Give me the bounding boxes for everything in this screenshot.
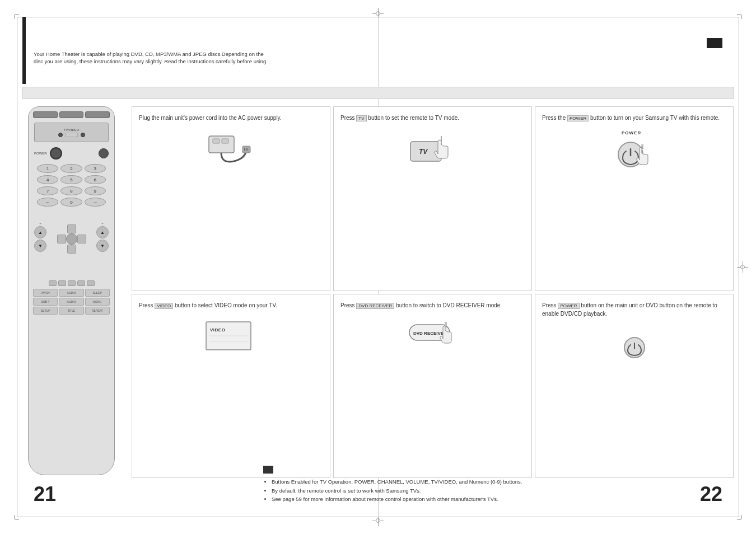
remote-display: TV/VIDEO <box>34 123 109 142</box>
top-right-square <box>707 38 722 48</box>
notes-item-3: See page 59 for more information about r… <box>272 495 722 503</box>
svg-rect-2 <box>222 139 228 143</box>
left-accent-bar <box>22 17 26 84</box>
remote-power-label: POWER <box>34 152 47 155</box>
remote-func-5: AUDIO <box>59 298 83 306</box>
remote-func-1: AV/CH <box>33 289 58 297</box>
remote-transport <box>33 280 110 286</box>
step-2-box: Press TV button to set the remote to TV … <box>333 106 532 291</box>
remote-func-9: REPEAT <box>85 307 110 315</box>
remote-num-prev: ← <box>37 198 58 207</box>
remote-btn-2 <box>59 111 84 118</box>
remote-mute-btn <box>99 148 109 158</box>
video-button-svg: VIDEO <box>203 319 259 355</box>
step-4-box: Press VIDEO button to select VIDEO mode … <box>132 294 330 479</box>
step-1-illustration <box>139 128 323 172</box>
remote-num-3: 3 <box>85 164 106 173</box>
power-main-svg <box>615 332 654 360</box>
remote-ch-down: ▼ <box>96 240 109 252</box>
step-5-illustration: DVD RECEIVER <box>340 315 525 360</box>
remote-num-5: 5 <box>60 175 82 184</box>
remote-pause <box>87 280 95 286</box>
svg-text:TV: TV <box>419 148 428 156</box>
step-3-illustration: POWER <box>542 128 726 172</box>
corner-bl <box>15 515 19 519</box>
remote-func-7: SETUP <box>33 307 58 315</box>
notes-list: Buttons Enabled for TV Operation: POWER,… <box>263 477 722 503</box>
step-5-text: Press DVD RECEIVER button to switch to D… <box>340 301 525 310</box>
notes-indicator <box>263 466 273 474</box>
step-6-illustration <box>542 324 726 368</box>
remote-num-6: 6 <box>85 175 106 184</box>
remote-vol-up: ▲ <box>34 226 46 238</box>
intro-text: Your Home Theater is capable of playing … <box>34 50 269 65</box>
remote-num-7: 7 <box>37 186 58 195</box>
remote-mid-controls: + ▲ ▼ - + ▲ <box>34 222 109 259</box>
power-button-svg: POWER <box>609 128 660 172</box>
step-5-box: Press DVD RECEIVER button to switch to D… <box>333 294 532 479</box>
power-cord-svg <box>206 130 256 170</box>
step-6-box: Press POWER button on the main unit or D… <box>535 294 734 479</box>
notes-item-2: By default, the remote control is set to… <box>272 486 722 495</box>
remote-play <box>58 280 66 286</box>
step-3-box: Press the POWER button to turn on your S… <box>535 106 734 291</box>
remote-num-4: 4 <box>37 175 58 184</box>
corner-tr <box>737 15 741 19</box>
section-header <box>22 87 734 99</box>
step-6-text: Press POWER button on the main unit or D… <box>542 301 726 318</box>
remote-func-6: MENU <box>85 298 110 306</box>
remote-btn-3 <box>85 111 110 118</box>
remote-function-grid: AV/CH AUDIO SLEEP SUB-T AUDIO MENU SETUP… <box>33 289 110 315</box>
remote-prev-track <box>49 280 57 286</box>
remote-next-track <box>77 280 85 286</box>
remote-nav-pad <box>57 224 86 254</box>
remote-body: TV/VIDEO POWER 1 2 3 4 <box>28 106 115 475</box>
svg-rect-0 <box>209 136 234 153</box>
remote-vol-down: ▼ <box>34 240 46 252</box>
corner-br <box>737 515 741 519</box>
remote-btn-1 <box>33 111 58 118</box>
remote-num-1: 1 <box>37 164 58 173</box>
steps-area: Plug the main unit's power cord into the… <box>132 106 734 478</box>
step-1-box: Plug the main unit's power cord into the… <box>132 106 330 291</box>
remote-power-btn <box>50 147 62 160</box>
remote-ch-up: ▲ <box>96 226 109 238</box>
step-3-text: Press the POWER button to turn on your S… <box>542 114 726 122</box>
svg-rect-1 <box>213 139 220 143</box>
remote-num-next: → <box>85 198 106 207</box>
remote-stop <box>68 280 76 286</box>
main-content: TV/VIDEO POWER 1 2 3 4 <box>22 87 734 484</box>
remote-top-buttons <box>31 111 111 118</box>
step-2-text: Press TV button to set the remote to TV … <box>340 114 525 122</box>
remote-func-8: TITLE <box>59 307 83 315</box>
remote-num-8: 8 <box>60 186 82 195</box>
notes-section: Buttons Enabled for TV Operation: POWER,… <box>263 466 722 503</box>
border-left <box>17 17 17 517</box>
step-1-text: Plug the main unit's power cord into the… <box>139 114 323 122</box>
step-4-illustration: VIDEO <box>139 315 323 360</box>
dvd-receiver-svg: DVD RECEIVER <box>405 316 461 358</box>
crosshair-right <box>737 261 748 273</box>
tv-button-svg: TV <box>408 130 458 170</box>
corner-tl <box>15 15 19 19</box>
step-2-illustration: TV <box>340 128 525 172</box>
remote-display-btn-right <box>81 133 85 137</box>
remote-display-label: TV/VIDEO <box>63 128 79 132</box>
remote-num-2: 2 <box>60 164 82 173</box>
svg-text:VIDEO: VIDEO <box>210 327 225 332</box>
remote-area: TV/VIDEO POWER 1 2 3 4 <box>22 106 126 478</box>
remote-num-0: 0 <box>60 198 82 207</box>
notes-item-1: Buttons Enabled for TV Operation: POWER,… <box>272 477 722 486</box>
svg-text:POWER: POWER <box>622 130 641 135</box>
svg-rect-3 <box>242 146 250 153</box>
step-4-text: Press VIDEO button to select VIDEO mode … <box>139 301 323 310</box>
page-number-left: 21 <box>34 483 56 506</box>
remote-bottom-section: AV/CH AUDIO SLEEP SUB-T AUDIO MENU SETUP… <box>33 280 110 315</box>
remote-power-area: POWER <box>34 147 109 160</box>
remote-func-4: SUB-T <box>33 298 58 306</box>
remote-display-btn-left <box>58 133 63 137</box>
remote-num-9: 9 <box>85 186 106 195</box>
svg-text:DVD RECEIVER: DVD RECEIVER <box>413 331 447 336</box>
remote-num-grid: 1 2 3 4 5 6 7 8 9 ← 0 → <box>37 164 106 207</box>
remote-func-3: SLEEP <box>85 289 110 297</box>
